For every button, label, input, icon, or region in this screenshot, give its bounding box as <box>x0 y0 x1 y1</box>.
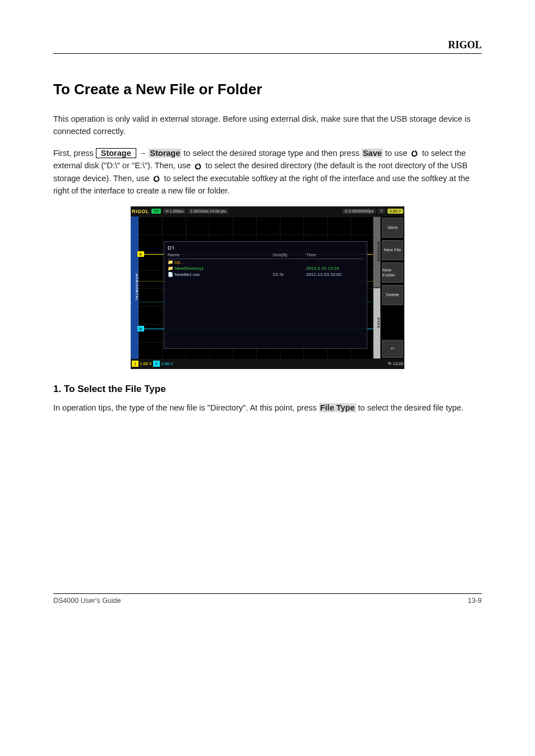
knob-icon <box>193 162 203 172</box>
scope-screenshot: RIGOL TD H 1.000us 1.00GSa/s 14.0k pts D… <box>131 206 404 369</box>
footer: DS4000 User's Guide 13-9 <box>53 597 482 605</box>
horizontal-tab: HORIZONTAL <box>131 216 139 359</box>
steps-paragraph: First, press Storage → Storage to select… <box>53 147 482 197</box>
tab-storage[interactable]: STORAGE <box>373 216 381 288</box>
section-1-heading: 1. To Select the File Type <box>53 384 482 395</box>
fb-row-up[interactable]: 📁 Up… <box>168 259 363 265</box>
filetype-softkey[interactable]: File Type <box>319 403 356 412</box>
ch2-badge: 2 <box>153 361 160 367</box>
delay-chip: D 0.00000000ps <box>343 209 376 214</box>
section-1-paragraph: In operation tips, the type of the new f… <box>53 402 482 414</box>
td-chip: TD <box>151 209 161 214</box>
file-browser-panel: D:\ Name Size(B) Time 📁 Up… 📁 NewDirecto… <box>164 241 367 349</box>
header-divider <box>53 53 482 54</box>
tab-save[interactable]: SAVE <box>373 288 381 359</box>
side-newfolder-button[interactable]: New Folder <box>382 262 403 283</box>
header-brand: RIGOL <box>53 39 482 51</box>
trig-chip: 0.00 V <box>388 209 403 214</box>
footer-left: DS4000 User's Guide <box>53 597 121 605</box>
intro-paragraph: This operation is only valid in external… <box>53 113 482 138</box>
scope-brand: RIGOL <box>132 209 149 214</box>
ch1-badge: 1 <box>132 361 139 367</box>
clock: ⟲ 13:20 <box>388 361 403 366</box>
footer-page: 13-9 <box>468 597 482 605</box>
save-softkey[interactable]: Save <box>362 149 383 158</box>
knob-icon <box>151 174 162 184</box>
fb-path: D:\ <box>168 245 363 251</box>
storage-hardkey[interactable]: Storage <box>96 148 136 158</box>
scope-topbar: RIGOL TD H 1.000us 1.00GSa/s 14.0k pts D… <box>131 206 404 216</box>
side-back-button[interactable]: ↵ <box>382 340 403 358</box>
col-time: Time <box>306 252 363 257</box>
col-name: Name <box>168 252 273 257</box>
t-chip: T <box>378 209 385 214</box>
scope-bottombar: 1 1.00 V 2 1.00 V ⟲ 13:20 <box>131 359 404 369</box>
side-delete-button[interactable]: Delete <box>382 285 403 305</box>
waveform-area: 1▶ 2▶ D:\ Name Size(B) Time 📁 Up… <box>139 216 373 359</box>
fb-row-dir[interactable]: 📁 NewDirectory1 2012-3-23 13:19 <box>168 265 363 271</box>
page-title: To Create a New File or Folder <box>53 81 482 98</box>
side-newfile-button[interactable]: New File <box>382 240 403 260</box>
side-menu: STORAGE SAVE Save New File New Folder De… <box>373 216 404 359</box>
col-size: Size(B) <box>273 252 306 257</box>
samplerate-chip: 1.00GSa/s 14.0k pts <box>188 209 228 214</box>
fb-row-file[interactable]: 📄 Newfile1.csv 23.7k 2011-11-23 22:02 <box>168 271 363 278</box>
storage-softkey[interactable]: Storage <box>149 149 181 158</box>
timebase-chip: H 1.000us <box>163 209 186 214</box>
side-save-button[interactable]: Save <box>382 218 403 238</box>
knob-icon <box>409 149 419 159</box>
footer-divider <box>53 593 482 594</box>
